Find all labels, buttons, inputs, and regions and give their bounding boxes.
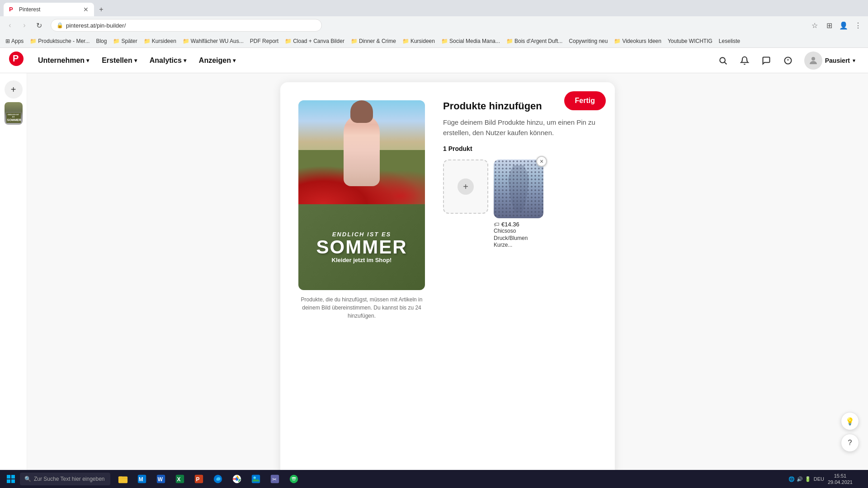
search-button[interactable] [714, 52, 732, 70]
product-price: 🏷 €14.36 [494, 221, 543, 228]
sidebar-pin-thumbnail[interactable]: ENDLICH IST ES SOMMER [5, 102, 23, 125]
pinterest-header: P Unternehmen ▾ Erstellen ▾ Analytics ▾ … [0, 48, 868, 73]
battery-icon: 🔋 [805, 476, 811, 482]
profile-button[interactable]: 👤 [837, 19, 850, 32]
svg-rect-10 [7, 479, 10, 483]
taskbar-store[interactable]: M [133, 470, 151, 488]
taskbar-excel[interactable]: X [171, 470, 189, 488]
tab-title: Pinterest [19, 6, 79, 13]
bookmark-später[interactable]: 📁 Später [111, 37, 139, 45]
nav-unternehmen[interactable]: Unternehmen ▾ [33, 53, 94, 68]
nav-analytics[interactable]: Analytics ▾ [144, 53, 192, 68]
svg-rect-13 [118, 477, 123, 479]
svg-text:M: M [139, 476, 143, 483]
clock-time: 15:51 [828, 473, 853, 479]
lock-icon: 🔒 [57, 22, 63, 28]
sidebar: + ENDLICH IST ES SOMMER [0, 73, 27, 488]
nav-anzeigen[interactable]: Anzeigen ▾ [193, 53, 241, 68]
new-tab-button[interactable]: + [95, 3, 108, 16]
taskbar-edge[interactable] [209, 470, 227, 488]
help-button[interactable]: ? [841, 434, 859, 452]
bookmark-folder-icon3: 📁 [144, 38, 151, 44]
taskbar-search[interactable]: 🔍 Zur Suche Text hier eingeben [20, 473, 110, 485]
tab-close-button[interactable]: ✕ [83, 6, 89, 13]
bookmark-copywriting[interactable]: Copywriting neu [567, 37, 609, 45]
bookmarks-bar: ⊞ Apps 📁 Produktsuche - Mer... Blog 📁 Sp… [0, 34, 868, 48]
bookmark-wahlfacher[interactable]: 📁 Wahlfächer WU Aus... [181, 37, 245, 45]
bookmark-star-button[interactable]: ☆ [808, 19, 821, 32]
bookmark-kursideen1[interactable]: 📁 Kursideen [142, 37, 178, 45]
add-product-icon: + [458, 178, 474, 195]
svg-text:P: P [196, 476, 200, 483]
taskbar-powerpoint[interactable]: P [190, 470, 208, 488]
notifications-corner[interactable] [855, 474, 864, 483]
clock-date: 29.04.2021 [828, 479, 853, 485]
taskbar-chrome[interactable] [228, 470, 246, 488]
start-button[interactable] [4, 472, 18, 486]
svg-rect-9 [11, 475, 15, 479]
bookmark-produktsuche[interactable]: 📁 Produktsuche - Mer... [28, 37, 91, 45]
sidebar-add-button[interactable]: + [5, 80, 23, 99]
taskbar-word[interactable]: W [152, 470, 170, 488]
taskbar-snip[interactable]: ✂ [266, 470, 284, 488]
svg-point-2 [720, 57, 725, 63]
pin-builder-right: Produkte hinzufügen Füge deinem Bild Pro… [425, 100, 597, 320]
taskbar-spotify[interactable] [285, 470, 303, 488]
back-button[interactable]: ‹ [4, 19, 16, 32]
bookmark-folder-icon: 📁 [30, 38, 37, 44]
add-product-slot-button[interactable]: + [443, 160, 488, 214]
forward-button[interactable]: › [18, 19, 31, 32]
pin-builder-card: Fertig [280, 82, 615, 479]
bookmark-bois[interactable]: 📁 Bois d'Argent Duft... [505, 37, 564, 45]
browser-tab-active[interactable]: P Pinterest ✕ [4, 3, 94, 16]
taskbar: 🔍 Zur Suche Text hier eingeben M W X P ✂ [0, 470, 868, 488]
taskbar-photos[interactable] [247, 470, 265, 488]
pin-text-main: SOMMER [316, 238, 407, 257]
fertig-button[interactable]: Fertig [564, 91, 606, 110]
bookmark-folder-icon6: 📁 [351, 38, 358, 44]
bookmark-leseliste[interactable]: Leseliste [717, 37, 742, 45]
notifications-button[interactable] [736, 52, 754, 70]
reload-button[interactable]: ↻ [33, 19, 45, 32]
bookmark-apps[interactable]: ⊞ Apps [4, 37, 25, 45]
bookmark-folder-icon4: 📁 [183, 38, 189, 44]
bookmark-pdf[interactable]: PDF Report [248, 37, 280, 45]
bookmark-videokurs[interactable]: 📁 Videokurs Ideen [612, 37, 663, 45]
taskbar-file-explorer[interactable] [114, 470, 132, 488]
svg-rect-8 [7, 475, 10, 479]
bookmark-kursideen2[interactable]: 📁 Kursideen [401, 37, 437, 45]
question-icon: ? [848, 439, 852, 447]
add-products-description: Füge deinem Bild Produkte hinzu, um eine… [443, 117, 597, 138]
help-buttons: 💡 ? [841, 412, 859, 452]
product-slot-item[interactable]: × [494, 160, 543, 249]
chevron-down-icon4: ▾ [233, 57, 236, 64]
header-right: Pausiert ▾ [714, 50, 859, 71]
chevron-down-icon3: ▾ [184, 57, 186, 64]
address-bar[interactable]: 🔒 pinterest.at/pin-builder/ [51, 19, 322, 32]
avatar-chevron-icon: ▾ [853, 57, 855, 64]
alerts-button[interactable] [779, 52, 797, 70]
bookmark-canva[interactable]: 📁 Cload + Canva Bilder [283, 37, 346, 45]
tips-button[interactable]: 💡 [841, 412, 859, 430]
bookmark-dinner[interactable]: 📁 Dinner & Crime [349, 37, 398, 45]
product-name: Chicsoso Druck/Blumen Kurze... [494, 228, 543, 249]
bookmark-social[interactable]: 📁 Social Media Mana... [439, 37, 502, 45]
language-label: DEU [814, 476, 824, 482]
messages-button[interactable] [757, 52, 775, 70]
chevron-down-icon2: ▾ [134, 57, 137, 64]
pin-text-sub: Kleider jetzt im Shop! [332, 257, 392, 263]
account-status-label: Pausiert [825, 57, 850, 64]
bookmark-youtube[interactable]: Youtube WICHTIG [666, 37, 714, 45]
nav-erstellen[interactable]: Erstellen ▾ [96, 53, 142, 68]
settings-button[interactable]: ⋮ [852, 19, 864, 32]
avatar [804, 52, 822, 70]
main-content: + ENDLICH IST ES SOMMER Fertig [0, 73, 868, 488]
bookmark-folder-icon9: 📁 [506, 38, 513, 44]
bookmark-folder-icon2: 📁 [113, 38, 120, 44]
bookmark-folder-icon8: 📁 [441, 38, 448, 44]
bookmark-blog[interactable]: Blog [94, 37, 108, 45]
extensions-button[interactable]: ⊞ [823, 19, 835, 32]
avatar-button[interactable]: Pausiert ▾ [801, 50, 859, 71]
remove-product-button[interactable]: × [536, 156, 547, 167]
pinterest-logo[interactable]: P [9, 52, 24, 70]
